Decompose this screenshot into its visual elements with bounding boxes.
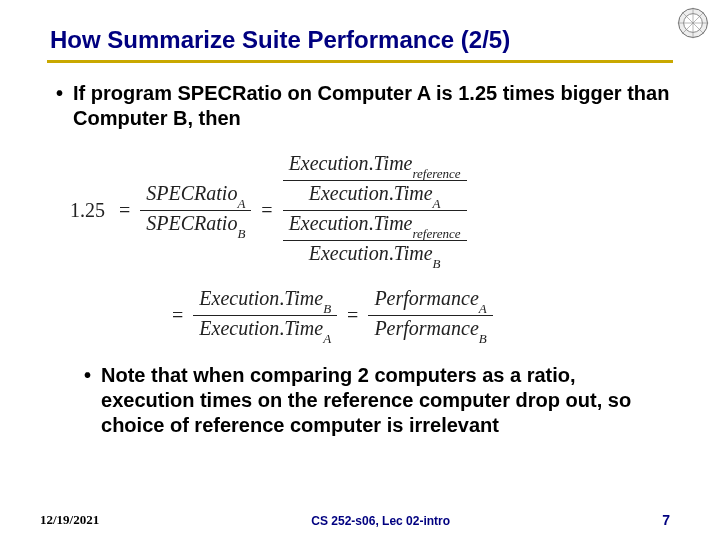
equals-icon: = <box>162 304 193 327</box>
eq-constant: 1.25 <box>66 199 109 222</box>
exec-ref-fraction: Execution.Timereference Execution.TimeA … <box>283 151 467 270</box>
bullet-dot-icon: • <box>56 81 63 131</box>
bullet-1-text: If program SPECRatio on Computer A is 1.… <box>73 81 670 131</box>
footer-course: CS 252-s06, Lec 02-intro <box>311 514 450 528</box>
equals-icon: = <box>109 199 140 222</box>
bullet-dot-icon: • <box>84 363 91 438</box>
exectime-fraction: Execution.TimeB Execution.TimeA <box>193 286 337 345</box>
equation-row-2: = Execution.TimeB Execution.TimeA = Perf… <box>162 286 670 345</box>
bullet-2-text: Note that when comparing 2 computers as … <box>101 363 670 438</box>
equals-icon: = <box>337 304 368 327</box>
slide-title: How Summarize Suite Performance (2/5) <box>50 26 670 54</box>
equation-block: 1.25 = SPECRatioA SPECRatioB = Execution… <box>66 151 670 345</box>
title-underline <box>47 60 673 63</box>
footer-date: 12/19/2021 <box>40 512 99 528</box>
footer-page-number: 7 <box>662 512 670 528</box>
equation-row-1: 1.25 = SPECRatioA SPECRatioB = Execution… <box>66 151 670 270</box>
specratio-fraction: SPECRatioA SPECRatioB <box>140 181 251 240</box>
seal-icon <box>676 6 710 40</box>
bullet-1: • If program SPECRatio on Computer A is … <box>50 81 670 131</box>
bullet-2: • Note that when comparing 2 computers a… <box>84 363 670 438</box>
equals-icon: = <box>251 199 282 222</box>
slide-footer: 12/19/2021 CS 252-s06, Lec 02-intro 7 <box>0 512 720 528</box>
performance-fraction: PerformanceA PerformanceB <box>368 286 492 345</box>
